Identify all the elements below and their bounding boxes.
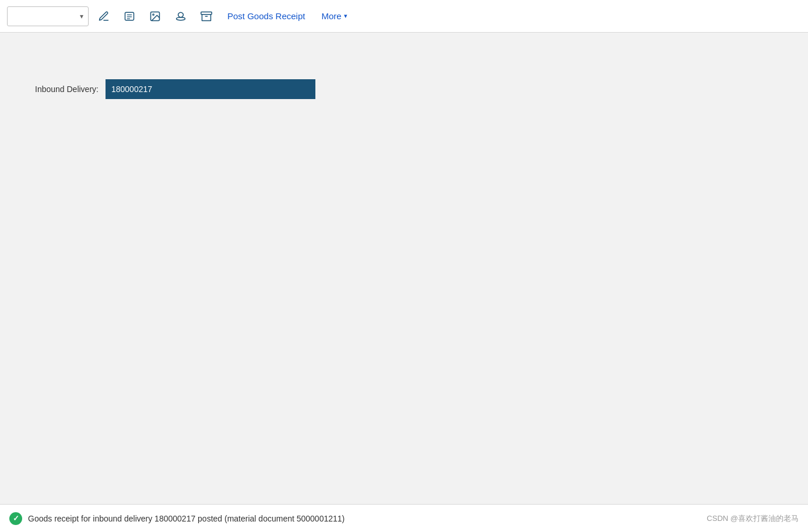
list-icon [124, 10, 135, 22]
svg-point-5 [153, 13, 154, 15]
svg-rect-7 [201, 12, 212, 14]
box-icon [201, 10, 212, 22]
status-message: Goods receipt for inbound delivery 18000… [28, 514, 345, 523]
inbound-delivery-label: Inbound Delivery: [35, 84, 99, 94]
main-content: Inbound Delivery: [0, 33, 808, 504]
image-icon [149, 10, 161, 22]
list-icon-button[interactable] [119, 6, 140, 27]
status-watermark: CSDN @喜欢打酱油的老马 [707, 513, 799, 524]
edit-icon-button[interactable] [93, 6, 114, 27]
chevron-down-icon: ▾ [80, 12, 83, 20]
toolbar-dropdown[interactable]: ▾ [7, 6, 89, 26]
image-icon-button[interactable] [145, 6, 166, 27]
more-label: More [321, 11, 341, 21]
success-icon: ✓ [9, 512, 22, 525]
hat-icon [175, 10, 187, 22]
inbound-delivery-input[interactable] [106, 79, 315, 99]
status-bar-left: ✓ Goods receipt for inbound delivery 180… [9, 512, 345, 525]
edit-icon [98, 10, 110, 22]
more-button[interactable]: More ▾ [315, 8, 353, 24]
svg-point-6 [177, 17, 185, 20]
toolbar: ▾ [0, 0, 808, 33]
hat-icon-button[interactable] [170, 6, 191, 27]
box-icon-button[interactable] [196, 6, 217, 27]
inbound-delivery-form-row: Inbound Delivery: [35, 79, 773, 99]
status-bar: ✓ Goods receipt for inbound delivery 180… [0, 504, 808, 532]
post-goods-receipt-button[interactable]: Post Goods Receipt [222, 8, 311, 24]
more-chevron-icon: ▾ [344, 12, 347, 20]
